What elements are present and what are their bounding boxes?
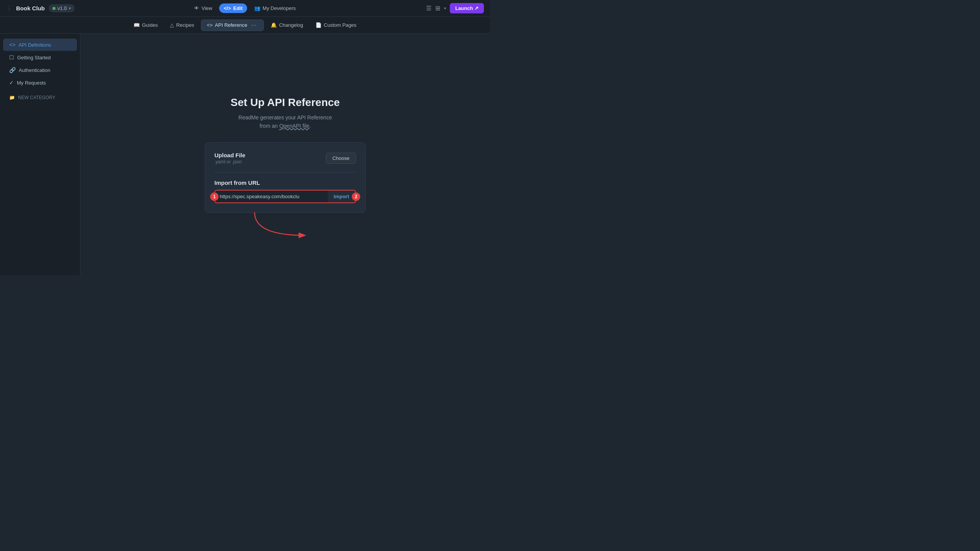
top-bar: ⋮ Book Club v1.0 ▾ 👁 View </> Edit 👥 My … xyxy=(0,0,490,17)
recipes-label: Recipes xyxy=(176,22,194,28)
my-requests-icon: ✓ xyxy=(9,80,14,86)
tab-custom-pages[interactable]: 📄 Custom Pages xyxy=(310,20,362,30)
top-bar-right: ☰ ⊞ ▾ Launch ↗ xyxy=(426,3,484,13)
main-content: Set Up API Reference ReadMe generates yo… xyxy=(80,34,490,276)
choose-button[interactable]: Choose xyxy=(326,153,356,164)
step-1-badge: 1 xyxy=(210,192,219,201)
divider xyxy=(214,172,356,173)
secondary-nav: 📖 Guides △ Recipes <> API Reference ⋯ 🔔 … xyxy=(0,17,490,34)
url-input-wrapper xyxy=(214,190,328,203)
view-label: View xyxy=(201,5,212,11)
api-reference-label: API Reference xyxy=(215,22,247,28)
upload-sublabel: .yaml or .json xyxy=(214,159,245,165)
code-icon: <> xyxy=(207,22,212,28)
dropdown-chevron-icon[interactable]: ▾ xyxy=(444,6,446,10)
new-category-icon: 📁 xyxy=(9,95,15,100)
top-bar-center: 👁 View </> Edit 👥 My Developers xyxy=(189,3,300,13)
authentication-label: Authentication xyxy=(19,67,50,73)
api-setup-card: Upload File .yaml or .json Choose Import… xyxy=(205,142,366,213)
version-status-dot xyxy=(52,7,56,10)
top-bar-left: ⋮ Book Club v1.0 ▾ xyxy=(6,4,75,12)
getting-started-icon: ☐ xyxy=(9,54,14,60)
drag-icon: ⋮ xyxy=(6,5,12,12)
tab-options-icon[interactable]: ⋯ xyxy=(250,22,258,28)
edit-button[interactable]: </> Edit xyxy=(219,3,247,13)
sidebar-item-getting-started[interactable]: ☐ Getting Started xyxy=(3,51,77,64)
upload-section: Upload File .yaml or .json Choose xyxy=(214,152,356,165)
custom-pages-label: Custom Pages xyxy=(324,22,356,28)
tab-recipes[interactable]: △ Recipes xyxy=(165,20,199,30)
upload-label: Upload File xyxy=(214,152,245,158)
version-chevron-icon: ▾ xyxy=(69,6,71,10)
openapi-link[interactable]: OpenAPI file xyxy=(279,123,309,129)
recipes-icon: △ xyxy=(170,22,174,28)
subtitle-line2-prefix: from an xyxy=(260,123,279,129)
eye-icon: 👁 xyxy=(194,5,199,11)
filter-icon[interactable]: ⊞ xyxy=(435,5,440,12)
changelog-label: Changelog xyxy=(279,22,303,28)
launch-label: Launch ↗ xyxy=(455,5,479,11)
new-category-label: NEW CATEGORY xyxy=(18,95,56,100)
edit-code-icon: </> xyxy=(224,5,231,11)
my-requests-label: My Requests xyxy=(17,80,46,86)
url-input[interactable] xyxy=(214,190,328,203)
version-badge[interactable]: v1.0 ▾ xyxy=(49,4,75,12)
new-category-button[interactable]: 📁 NEW CATEGORY xyxy=(3,92,77,103)
guides-label: Guides xyxy=(142,22,158,28)
url-row: 1 Import 2 xyxy=(214,190,356,203)
view-button[interactable]: 👁 View xyxy=(189,3,217,13)
subtitle-line1: ReadMe generates your API Reference xyxy=(238,114,332,121)
version-label: v1.0 xyxy=(57,5,67,11)
book-icon: 📖 xyxy=(134,22,140,28)
tab-api-reference[interactable]: <> API Reference ⋯ xyxy=(201,20,264,31)
step-2-badge: 2 xyxy=(352,192,360,201)
annotation-arrow xyxy=(243,209,327,243)
step-1-number: 1 xyxy=(213,194,216,199)
launch-button[interactable]: Launch ↗ xyxy=(450,3,484,13)
bell-icon: 🔔 xyxy=(271,22,277,28)
sidebar-item-authentication[interactable]: 🔗 Authentication xyxy=(3,64,77,76)
page-icon: 📄 xyxy=(315,22,322,28)
developers-icon: 👥 xyxy=(254,5,260,11)
hamburger-icon[interactable]: ☰ xyxy=(426,5,431,12)
sidebar-item-api-definitions[interactable]: <> API Definitions xyxy=(3,39,77,51)
api-definitions-icon: <> xyxy=(9,42,15,48)
api-definitions-label: API Definitions xyxy=(18,42,51,48)
my-developers-button[interactable]: 👥 My Developers xyxy=(250,3,301,13)
my-developers-label: My Developers xyxy=(263,5,296,11)
tab-changelog[interactable]: 🔔 Changelog xyxy=(265,20,309,30)
main-layout: <> API Definitions ☐ Getting Started 🔗 A… xyxy=(0,34,490,276)
page-subtitle: ReadMe generates your API Reference from… xyxy=(238,113,332,130)
upload-info: Upload File .yaml or .json xyxy=(214,152,245,165)
app-name: Book Club xyxy=(16,5,45,11)
getting-started-label: Getting Started xyxy=(17,55,51,60)
edit-label: Edit xyxy=(233,5,243,11)
sidebar: <> API Definitions ☐ Getting Started 🔗 A… xyxy=(0,34,80,276)
authentication-icon: 🔗 xyxy=(9,67,16,73)
import-url-label: Import from URL xyxy=(214,179,356,186)
subtitle-period: . xyxy=(309,123,311,129)
tab-guides[interactable]: 📖 Guides xyxy=(128,20,163,30)
sidebar-item-my-requests[interactable]: ✓ My Requests xyxy=(3,77,77,89)
page-title: Set Up API Reference xyxy=(230,96,340,109)
step-2-number: 2 xyxy=(355,194,358,199)
